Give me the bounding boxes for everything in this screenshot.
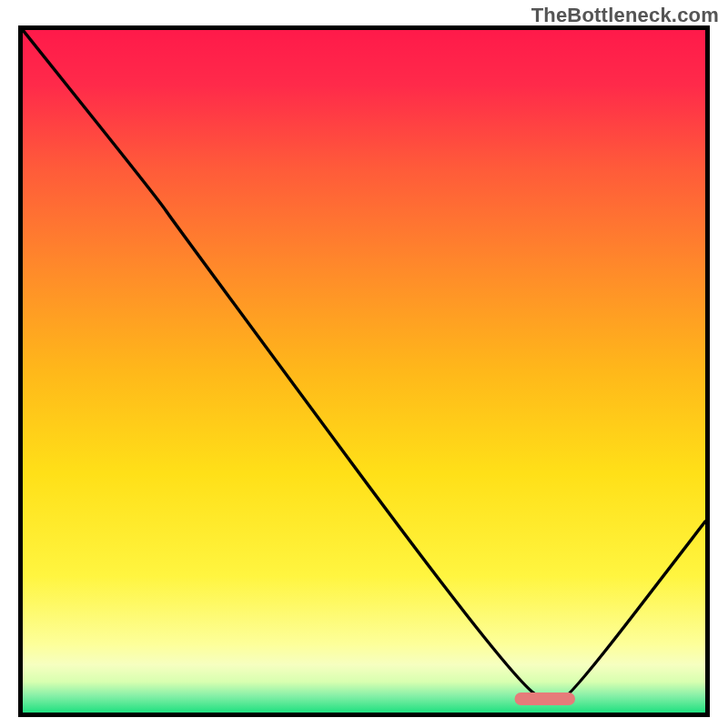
chart-svg bbox=[23, 30, 705, 713]
gradient-background bbox=[23, 30, 705, 713]
chart-frame bbox=[18, 25, 710, 717]
watermark-text: TheBottleneck.com bbox=[531, 4, 719, 27]
